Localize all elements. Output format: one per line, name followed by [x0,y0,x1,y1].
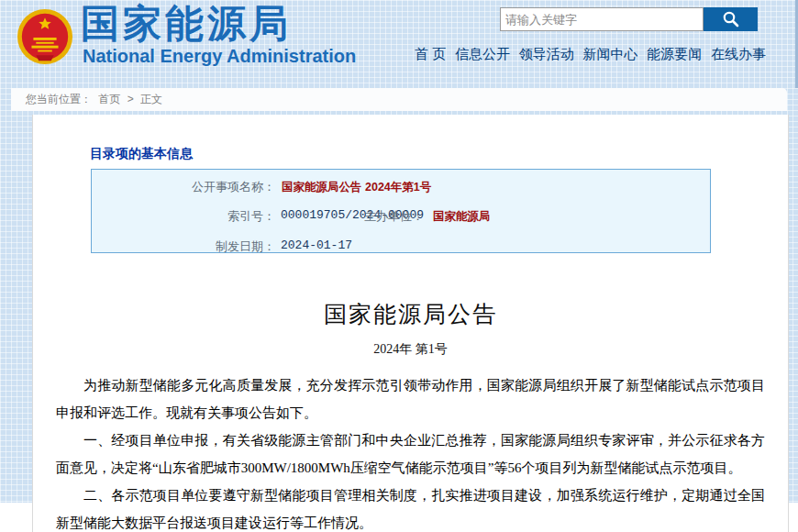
breadcrumb: 您当前位置： 首页 > 正文 [11,88,787,111]
content-panel: 目录项的基本信息 公开事项名称： 国家能源局公告 2024年第1号 索引号： 0… [32,115,789,532]
org-value: 国家能源局 [433,209,491,225]
date-label: 制发日期： [92,238,275,255]
breadcrumb-label: 您当前位置： [26,93,92,105]
page: 国家能源局 National Energy Administration 首 页… [0,0,798,532]
main-nav: 首 页 信息公开 领导活动 新闻中心 能源要闻 在线办事 [415,46,766,63]
breadcrumb-current: 正文 [140,93,162,105]
search-input[interactable] [500,7,704,31]
article-paragraph: 为推动新型储能多元化高质量发展，充分发挥示范引领带动作用，国家能源局组织开展了新… [56,371,765,427]
name-value: 国家能源局公告 2024年第1号 [282,180,431,195]
nav-item-info[interactable]: 信息公开 [455,46,510,63]
site-title-en: National Energy Administration [83,46,356,67]
breadcrumb-home-link[interactable]: 首页 [98,93,120,105]
org-label: 主办单位： [360,208,424,225]
nav-item-energy[interactable]: 能源要闻 [647,46,702,63]
nav-item-leaders[interactable]: 领导活动 [519,46,574,63]
directory-info-heading: 目录项的基本信息 [90,146,193,162]
date-value: 2024-01-17 [281,238,352,252]
breadcrumb-separator: > [127,93,134,105]
directory-info-box: 公开事项名称： 国家能源局公告 2024年第1号 索引号： 000019705/… [91,169,711,253]
info-row-index-org: 索引号： 000019705/2024-00009 主办单位： 国家能源局 [92,208,710,223]
name-label: 公开事项名称： [92,179,275,195]
article-title: 国家能源局公告 [33,299,788,329]
article-paragraph: 一、经项目单位申报，有关省级能源主管部门和中央企业汇总推荐，国家能源局组织专家评… [56,427,765,482]
info-row-date: 制发日期： 2024-01-17 [92,238,710,253]
index-label: 索引号： [92,208,275,225]
nav-item-home[interactable]: 首 页 [415,46,446,63]
info-row-name: 公开事项名称： 国家能源局公告 2024年第1号 [92,179,710,194]
article-paragraph: 二、各示范项目单位要遵守新型储能项目管理相关制度，扎实推进项目建设，加强系统运行… [56,482,765,532]
article-body: 为推动新型储能多元化高质量发展，充分发挥示范引领带动作用，国家能源局组织开展了新… [56,371,765,532]
nav-item-news[interactable]: 新闻中心 [582,46,637,63]
search-icon [721,9,741,29]
nav-item-services[interactable]: 在线办事 [711,46,766,63]
search-button[interactable] [704,7,758,31]
site-title-cn: 国家能源局 [81,0,292,48]
article-issue-number: 2024年 第1号 [33,341,788,358]
national-emblem-logo [17,7,73,66]
